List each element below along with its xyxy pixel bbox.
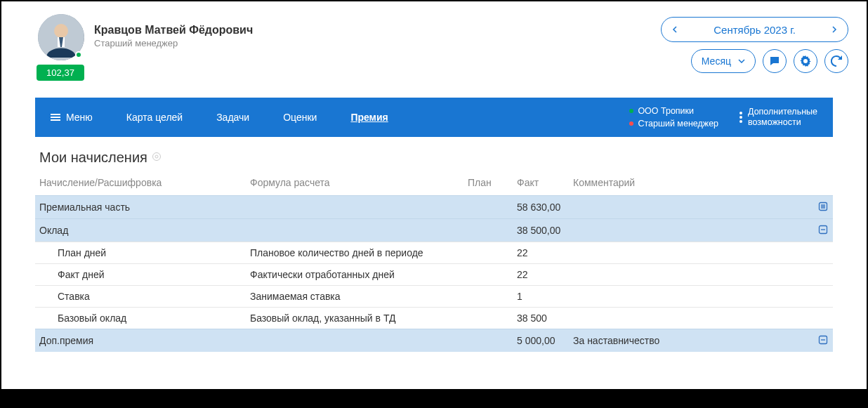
cell-fact: 38 500,00: [513, 219, 569, 242]
cell-formula: Занимаемая ставка: [246, 286, 463, 308]
cell-action: [813, 242, 833, 264]
table-row[interactable]: Оклад38 500,00: [35, 219, 833, 242]
cell-formula: Базовый оклад, указанный в ТД: [246, 308, 463, 329]
cell-plan: [463, 329, 513, 353]
cell-formula: Плановое количество дней в периоде: [246, 242, 463, 264]
table-row[interactable]: Факт днейФактически отработанных дней22: [35, 264, 833, 286]
details-icon[interactable]: [817, 201, 829, 212]
cell-action: [813, 286, 833, 308]
accruals-table: Начисление/Расшифровка Формула расчета П…: [35, 173, 833, 352]
chevron-down-icon: [738, 59, 745, 63]
gear-icon: [800, 55, 811, 67]
svg-point-5: [155, 155, 158, 158]
th-comment: Комментарий: [569, 173, 813, 196]
cell-name: План дней: [35, 242, 246, 264]
cell-name: Доп.премия: [35, 329, 246, 353]
context-position: Старший менеджер: [638, 119, 718, 129]
cell-comment: [569, 286, 813, 308]
profile-block: 102,37 Кравцов Матвей Фёдорович Старший …: [38, 14, 253, 81]
hamburger-icon: [51, 114, 60, 121]
cell-name: Факт дней: [35, 264, 246, 286]
svg-point-3: [804, 60, 807, 62]
extras-line1: Дополнительные: [748, 107, 817, 117]
cell-fact: 22: [513, 242, 569, 264]
cell-plan: [463, 219, 513, 242]
tab-1[interactable]: Задачи: [199, 112, 266, 123]
cell-action: [813, 196, 833, 219]
menu-button[interactable]: Меню: [51, 112, 110, 123]
section-title-text: Мои начисления: [39, 150, 147, 166]
chat-icon: [769, 55, 780, 67]
cell-fact: 1: [513, 286, 569, 308]
th-fact: Факт: [513, 173, 569, 196]
cell-fact: 22: [513, 264, 569, 286]
person-role: Старший менеджер: [94, 38, 253, 48]
cell-comment: За наставничество: [569, 329, 813, 353]
cell-action: [813, 308, 833, 329]
period-selector: Сентябрь 2023 г.: [661, 17, 848, 42]
company-dot-icon: [629, 109, 633, 113]
cell-name: Оклад: [35, 219, 246, 242]
table-row[interactable]: План днейПлановое количество дней в пери…: [35, 242, 833, 264]
chat-button[interactable]: [763, 49, 787, 73]
section-title: Мои начисления: [35, 150, 833, 173]
table-row[interactable]: Премиальная часть58 630,00: [35, 196, 833, 219]
context-company: ООО Тропики: [638, 106, 694, 116]
period-next-button[interactable]: [824, 19, 845, 40]
header: 102,37 Кравцов Матвей Фёдорович Старший …: [1, 1, 867, 85]
refresh-button[interactable]: [824, 49, 848, 73]
cell-plan: [463, 308, 513, 329]
tab-2[interactable]: Оценки: [266, 112, 334, 123]
table-row[interactable]: Базовый окладБазовый оклад, указанный в …: [35, 308, 833, 329]
menu-label: Меню: [66, 112, 93, 123]
table-row[interactable]: Доп.премия5 000,00За наставничество: [35, 329, 833, 353]
presence-indicator: [75, 51, 82, 58]
cell-fact: 5 000,00: [513, 329, 569, 353]
view-mode-select[interactable]: Месяц: [691, 49, 756, 73]
cell-action: [813, 329, 833, 353]
cell-plan: [463, 264, 513, 286]
section-gear-icon[interactable]: [152, 152, 162, 164]
tab-0[interactable]: Карта целей: [110, 112, 199, 123]
header-controls: Сентябрь 2023 г. Месяц: [661, 14, 848, 73]
navbar: Меню Карта целейЗадачиОценкиПремия ООО Т…: [35, 98, 833, 137]
nav-tabs: Карта целейЗадачиОценкиПремия: [110, 112, 405, 123]
cell-name: Базовый оклад: [35, 308, 246, 329]
table-header-row: Начисление/Расшифровка Формула расчета П…: [35, 173, 833, 196]
person-name: Кравцов Матвей Фёдорович: [94, 24, 253, 37]
cell-plan: [463, 286, 513, 308]
extras-button[interactable]: Дополнительные возможности: [739, 107, 817, 128]
collapse-icon[interactable]: [817, 224, 829, 235]
collapse-icon[interactable]: [817, 334, 829, 346]
avatar-wrap: [38, 14, 84, 60]
table-row[interactable]: СтавкаЗанимаемая ставка1: [35, 286, 833, 308]
score-badge: 102,37: [37, 65, 84, 81]
cell-fact: 58 630,00: [513, 196, 569, 219]
context-info: ООО Тропики Старший менеджер: [629, 106, 739, 129]
cell-formula: [246, 219, 463, 242]
extras-line2: возможности: [748, 117, 817, 128]
settings-button[interactable]: [794, 49, 817, 73]
cell-comment: [569, 308, 813, 329]
cell-comment: [569, 264, 813, 286]
dots-icon: [739, 112, 742, 123]
period-prev-button[interactable]: [664, 19, 685, 40]
cell-fact: 38 500: [513, 308, 569, 329]
period-text[interactable]: Сентябрь 2023 г.: [685, 24, 824, 36]
tab-3[interactable]: Премия: [334, 112, 405, 123]
view-mode-label: Месяц: [702, 55, 731, 67]
cell-name: Премиальная часть: [35, 196, 246, 219]
cell-name: Ставка: [35, 286, 246, 308]
cell-formula: Фактически отработанных дней: [246, 264, 463, 286]
cell-formula: [246, 196, 463, 219]
cell-action: [813, 219, 833, 242]
cell-comment: [569, 219, 813, 242]
cell-plan: [463, 242, 513, 264]
th-plan: План: [463, 173, 513, 196]
cell-plan: [463, 196, 513, 219]
position-dot-icon: [629, 121, 633, 126]
cell-comment: [569, 242, 813, 264]
svg-point-1: [54, 24, 68, 38]
refresh-icon: [831, 55, 842, 67]
cell-action: [813, 264, 833, 286]
